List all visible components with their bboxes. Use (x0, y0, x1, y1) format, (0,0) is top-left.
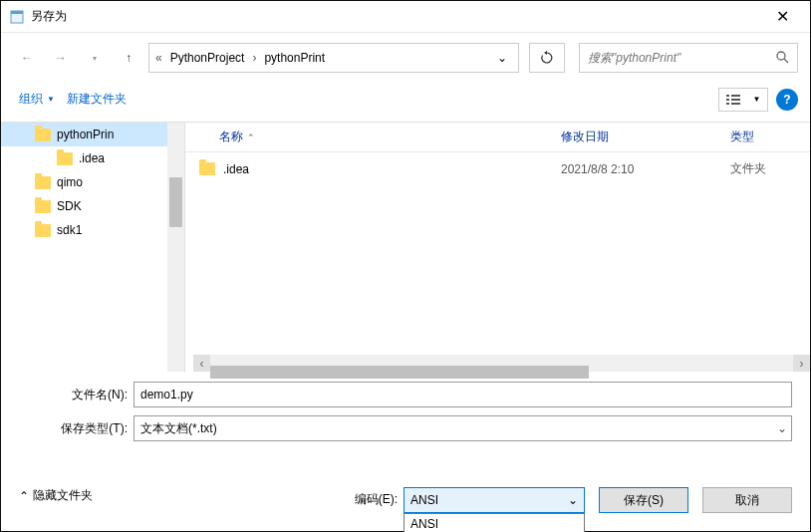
tree-item[interactable]: qimo (1, 170, 184, 194)
chevron-down-icon: ▼ (47, 95, 55, 104)
file-list: 名称 ⌃ 修改日期 类型 .idea2021/8/8 2:10文件夹 ‹ › (185, 123, 810, 372)
chevron-right-icon: › (252, 51, 256, 65)
refresh-button[interactable] (529, 43, 565, 73)
file-type: 文件夹 (730, 160, 800, 177)
cancel-button[interactable]: 取消 (702, 487, 792, 513)
filetype-select[interactable]: 文本文档(*.txt) ⌄ (134, 415, 792, 441)
folder-icon (35, 176, 51, 189)
horizontal-scrollbar[interactable]: ‹ › (193, 355, 810, 372)
folder-icon (35, 200, 51, 213)
svg-rect-6 (726, 103, 729, 105)
folder-tree: pythonPrin.ideaqimoSDKsdk1 (1, 123, 185, 372)
view-list-icon (726, 94, 740, 106)
tree-item[interactable]: sdk1 (1, 218, 184, 242)
organize-button[interactable]: 组织 ▼ (13, 87, 61, 112)
breadcrumb[interactable]: « PythonProject › pythonPrint ⌄ (148, 43, 519, 73)
file-list-header: 名称 ⌃ 修改日期 类型 (185, 123, 810, 152)
column-date[interactable]: 修改日期 (561, 129, 730, 145)
column-name[interactable]: 名称 ⌃ (195, 129, 561, 145)
chevron-down-icon: ⌄ (777, 421, 787, 435)
path-dropdown-icon[interactable]: ⌄ (492, 51, 512, 65)
file-row[interactable]: .idea2021/8/8 2:10文件夹 (185, 152, 810, 185)
bottom-panel: 文件名(N): 保存类型(T): 文本文档(*.txt) ⌄ (1, 372, 810, 449)
folder-icon (35, 129, 51, 141)
filename-row: 文件名(N): (19, 382, 792, 407)
tree-item[interactable]: pythonPrin (1, 123, 184, 146)
chevron-down-icon: ⌄ (568, 493, 578, 507)
help-button[interactable]: ? (776, 89, 798, 111)
dialog-title: 另存为 (31, 8, 762, 25)
main-area: pythonPrin.ideaqimoSDKsdk1 名称 ⌃ 修改日期 类型 … (1, 123, 810, 372)
search-icon[interactable] (775, 50, 789, 67)
titlebar: 另存为 ✕ (1, 1, 810, 33)
forward-button[interactable]: → (47, 44, 75, 72)
search-input[interactable] (579, 43, 798, 73)
chevron-down-icon: ▼ (753, 95, 761, 104)
filename-input[interactable] (134, 382, 792, 407)
breadcrumb-seg-1[interactable]: PythonProject (166, 51, 249, 65)
encoding-select[interactable]: ANSI ⌄ ANSIUTF-16 LEUTF-16 BEUTF-8带有 BOM… (404, 487, 585, 513)
svg-line-3 (784, 59, 788, 63)
app-icon (9, 9, 25, 25)
svg-rect-4 (726, 95, 729, 97)
hide-folders-toggle[interactable]: ⌃ 隐藏文件夹 (19, 487, 93, 504)
search-field[interactable] (588, 51, 775, 65)
svg-rect-9 (731, 103, 740, 105)
chevron-up-icon: ⌃ (19, 489, 29, 503)
svg-rect-8 (731, 99, 740, 101)
filetype-label: 保存类型(T): (19, 420, 134, 437)
svg-rect-5 (726, 99, 729, 101)
filetype-row: 保存类型(T): 文本文档(*.txt) ⌄ (19, 415, 792, 441)
save-button[interactable]: 保存(S) (599, 487, 688, 513)
breadcrumb-seg-2[interactable]: pythonPrint (260, 51, 329, 65)
tree-item-label: .idea (79, 151, 105, 165)
column-type[interactable]: 类型 (730, 129, 800, 145)
folder-icon (57, 152, 73, 165)
toolbar: 组织 ▼ 新建文件夹 ▼ ? (1, 83, 810, 123)
save-as-dialog: 另存为 ✕ ← → ▾ ↑ « PythonProject › pythonPr… (0, 0, 811, 532)
filename-label: 文件名(N): (19, 387, 134, 403)
tree-item[interactable]: .idea (1, 146, 184, 170)
up-button[interactable]: ↑ (115, 44, 142, 72)
svg-point-2 (777, 52, 785, 60)
tree-scrollbar[interactable] (167, 123, 184, 372)
navbar: ← → ▾ ↑ « PythonProject › pythonPrint ⌄ (1, 33, 810, 83)
folder-icon (35, 224, 51, 237)
sort-arrow-icon: ⌃ (247, 133, 255, 142)
view-mode-button[interactable]: ▼ (718, 88, 768, 112)
tree-item[interactable]: SDK (1, 194, 184, 218)
close-button[interactable]: ✕ (762, 3, 802, 31)
new-folder-button[interactable]: 新建文件夹 (61, 87, 133, 112)
svg-rect-7 (731, 95, 740, 97)
encoding-option[interactable]: ANSI (405, 514, 584, 532)
file-name: .idea (223, 162, 249, 176)
folder-icon (199, 162, 215, 175)
file-date: 2021/8/8 2:10 (561, 162, 730, 176)
path-prefix-icon: « (155, 51, 162, 65)
tree-item-label: qimo (57, 175, 83, 189)
scroll-left-icon[interactable]: ‹ (193, 355, 210, 372)
tree-item-label: sdk1 (57, 223, 82, 237)
svg-rect-1 (11, 11, 23, 14)
tree-item-label: pythonPrin (57, 128, 114, 141)
tree-item-label: SDK (57, 199, 82, 213)
back-button[interactable]: ← (13, 44, 41, 72)
recent-dropdown-icon[interactable]: ▾ (81, 44, 109, 72)
encoding-dropdown-list: ANSIUTF-16 LEUTF-16 BEUTF-8带有 BOM 的 UTF-… (404, 513, 585, 532)
encoding-label: 编码(E): (355, 491, 398, 508)
footer: ⌃ 隐藏文件夹 编码(E): ANSI ⌄ ANSIUTF-16 LEUTF-1… (1, 469, 810, 531)
encoding-field[interactable]: ANSI ⌄ (404, 487, 585, 513)
scroll-right-icon[interactable]: › (793, 355, 810, 372)
